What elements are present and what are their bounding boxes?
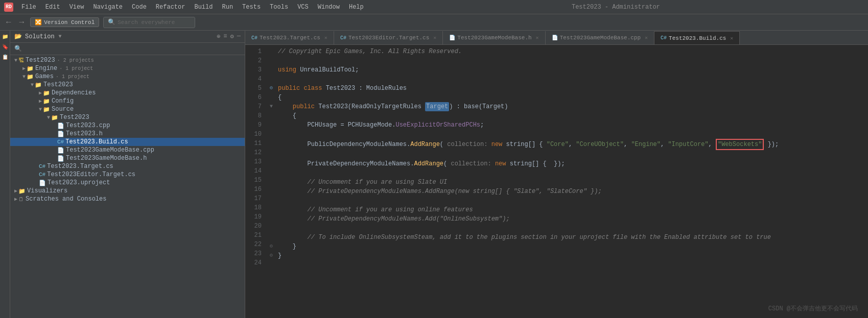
tree-uproject[interactable]: 📄 Test2023.uproject: [10, 179, 245, 187]
structure-icon[interactable]: 📋: [1, 53, 9, 61]
source-arrow[interactable]: ▼: [39, 107, 42, 112]
tree-scratches[interactable]: ▶ 🗒 Scratches and Consoles: [10, 195, 245, 203]
explorer-panel: 📂 Solution ▼ ⊕ ≡ ⚙ — 🔍 ▼ 🏗 Test2023 · 2 …: [10, 31, 245, 318]
menu-file[interactable]: File: [17, 3, 40, 12]
tab-build-cs[interactable]: C# Test2023.Build.cs ✕: [654, 31, 740, 44]
menu-edit[interactable]: Edit: [41, 3, 64, 12]
cs-icon1: C#: [57, 139, 64, 145]
games-badge: · 1 project: [56, 74, 89, 80]
toolbar: ← → 🔀 Version Control 🔍 Search everywher…: [0, 14, 868, 31]
tree-gamemodebase-cpp[interactable]: 📄 Test2023GameModeBase.cpp: [10, 146, 245, 154]
tree-test2023-build-cs[interactable]: C# Test2023.Build.cs: [10, 138, 245, 146]
options-icon[interactable]: ⚙: [230, 33, 234, 40]
menu-window[interactable]: Window: [314, 3, 344, 12]
config-arrow[interactable]: ▶: [39, 98, 42, 104]
collapse-icon[interactable]: ≡: [223, 33, 227, 40]
test2023-folder-arrow[interactable]: ▼: [31, 82, 34, 88]
menu-refactor[interactable]: Refactor: [152, 3, 190, 12]
menu-build[interactable]: Build: [190, 3, 217, 12]
menu-bar: RD File Edit View Navigate Code Refactor…: [0, 0, 868, 14]
tab-cs-icon2: C#: [340, 35, 346, 41]
dependencies-arrow[interactable]: ▶: [39, 90, 42, 96]
solution-dropdown[interactable]: ▼: [59, 34, 62, 39]
games-arrow[interactable]: ▼: [22, 74, 26, 80]
games-icon: 📁: [27, 74, 34, 80]
cs-label3: Test2023Editor.Target.cs: [47, 171, 135, 178]
search-box[interactable]: 🔍 Search everywhere: [103, 17, 195, 28]
code-area[interactable]: // Copyright Epic Games, Inc. All Rights…: [266, 45, 868, 318]
watermark: CSDN @不会弹吉他更不会写代码: [768, 304, 858, 313]
bookmark-icon[interactable]: 🔖: [1, 43, 9, 51]
source-label: Source: [52, 106, 74, 113]
app-logo: RD: [4, 3, 13, 12]
scratches-arrow[interactable]: ▶: [14, 196, 17, 202]
tree-games[interactable]: ▼ 📁 Games · 1 project: [10, 72, 245, 81]
root-icon: 🏗: [18, 57, 24, 64]
vcs-button[interactable]: 🔀 Version Control: [30, 17, 99, 27]
code-line-17: [270, 196, 864, 205]
forward-button[interactable]: →: [17, 17, 27, 28]
test2023-sub-arrow[interactable]: ▼: [47, 115, 50, 120]
tab-editor-target-cs-label: Test2023Editor.Target.cs: [348, 35, 429, 41]
tree-dependencies[interactable]: ▶ 📁 Dependencies: [10, 89, 245, 97]
tree-root[interactable]: ▼ 🏗 Test2023 · 2 projects: [10, 56, 245, 64]
visualizers-arrow[interactable]: ▶: [14, 188, 17, 194]
back-button[interactable]: ←: [4, 17, 13, 28]
code-line-13: PrivateDependencyModuleNames.AddRange( c…: [270, 159, 864, 168]
menu-tests[interactable]: Tests: [238, 3, 265, 12]
explorer-toggle-icon[interactable]: 📁: [1, 33, 9, 41]
tree-test2023-folder[interactable]: ▼ 📁 Test2023: [10, 81, 245, 89]
menu-navigate[interactable]: Navigate: [89, 3, 127, 12]
code-line-23: ⊙ }: [270, 251, 864, 260]
menu-vcs[interactable]: VCS: [293, 3, 313, 12]
root-label: Test2023: [26, 57, 55, 64]
menu-tools[interactable]: Tools: [266, 3, 292, 12]
engine-arrow[interactable]: ▶: [22, 65, 26, 71]
tab-build-cs-close[interactable]: ✕: [730, 35, 733, 41]
tab-gamemodebase-h-close[interactable]: ✕: [536, 35, 539, 41]
line-numbers: 1 2 3 4 5 6 7 8 9 10 11 12 13 14 15 16 1…: [245, 45, 266, 318]
cs-label1: Test2023.Build.cs: [65, 138, 128, 145]
tree-editor-target-cs[interactable]: C# Test2023Editor.Target.cs: [10, 170, 245, 179]
source-icon: 📁: [43, 106, 50, 113]
explorer-title: Solution: [25, 33, 55, 40]
app-title: Test2023 - Administrator: [368, 4, 864, 11]
menu-view[interactable]: View: [65, 3, 88, 12]
tab-editor-target-cs[interactable]: C# Test2023Editor.Target.cs ✕: [334, 31, 443, 44]
tab-target-cs-close[interactable]: ✕: [324, 35, 327, 41]
menu-code[interactable]: Code: [128, 3, 151, 12]
code-line-1: // Copyright Epic Games, Inc. All Rights…: [270, 47, 864, 56]
tree-test2023-sub[interactable]: ▼ 📁 Test2023: [10, 113, 245, 121]
tree-target-cs[interactable]: C# Test2023.Target.cs: [10, 162, 245, 170]
editor-content: 1 2 3 4 5 6 7 8 9 10 11 12 13 14 15 16 1…: [245, 45, 868, 318]
visualizers-label: Visualizers: [27, 187, 67, 194]
tree-source[interactable]: ▼ 📁 Source: [10, 105, 245, 113]
root-arrow[interactable]: ▼: [14, 58, 17, 63]
code-line-7: ▼ public Test2023(ReadOnlyTargetRules Ta…: [270, 102, 864, 111]
file-tree: ▼ 🏗 Test2023 · 2 projects ▶ 📁 Engine · 1…: [10, 55, 245, 318]
menu-run[interactable]: Run: [218, 3, 237, 12]
menu-help[interactable]: Help: [345, 3, 368, 12]
vcs-icon: 🔀: [35, 19, 42, 26]
cs-label2: Test2023.Target.cs: [47, 163, 113, 170]
tab-editor-target-cs-close[interactable]: ✕: [433, 35, 436, 41]
tree-test2023-cpp[interactable]: 📄 Test2023.cpp: [10, 121, 245, 130]
tab-target-cs[interactable]: C# Test2023.Target.cs ✕: [245, 31, 334, 44]
cs-icon3: C#: [39, 172, 45, 178]
tree-visualizers[interactable]: ▶ 📁 Visualizers: [10, 187, 245, 195]
tab-gamemodebase-cpp-close[interactable]: ✕: [645, 35, 648, 41]
code-line-18: // Uncomment if you are using online fea…: [270, 205, 864, 214]
tab-gamemodebase-cpp[interactable]: 📄 Test2023GameModeBase.cpp ✕: [546, 31, 654, 44]
locate-icon[interactable]: ⊕: [217, 33, 220, 40]
tree-config[interactable]: ▶ 📁 Config: [10, 97, 245, 105]
tab-gamemodebase-h[interactable]: 📄 Test2023GameModeBase.h ✕: [443, 31, 545, 44]
tab-cpp-icon: 📄: [552, 35, 558, 41]
code-line-3: using UnrealBuildTool;: [270, 65, 864, 75]
close-panel-icon[interactable]: —: [237, 33, 241, 40]
tree-gamemodebase-h[interactable]: 📄 Test2023GameModeBase.h: [10, 154, 245, 162]
visualizers-icon: 📁: [18, 188, 26, 194]
tree-engine[interactable]: ▶ 📁 Engine · 1 project: [10, 64, 245, 72]
tab-bar: C# Test2023.Target.cs ✕ C# Test2023Edito…: [245, 31, 868, 45]
tree-test2023-h[interactable]: 📄 Test2023.h: [10, 130, 245, 138]
h-label2: Test2023GameModeBase.h: [66, 155, 147, 162]
